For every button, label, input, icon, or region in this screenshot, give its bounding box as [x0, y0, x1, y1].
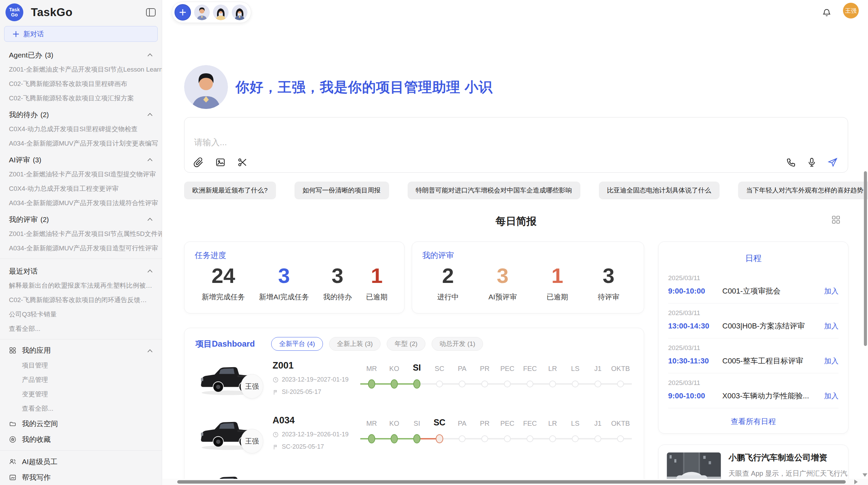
- sidebar-task-item[interactable]: A034-全新新能源MUV产品开发项目计划变更表编写: [0, 136, 162, 151]
- stat-item: 2进行中: [437, 264, 459, 302]
- briefing-right-column: 日程 2025/03/119:00-10:00C001-立项审批会加入2025/…: [658, 241, 848, 485]
- suggestion-chip-2[interactable]: 特朗普可能对进口汽车增税会对中国车企造成哪些影响: [408, 182, 580, 199]
- sidebar-collapse-icon[interactable]: [145, 8, 156, 17]
- project-date-range: 2023-12-19~2026-01-19: [282, 431, 349, 438]
- user-avatar[interactable]: 王强: [843, 3, 859, 18]
- milestone-mr: MR: [360, 361, 383, 409]
- sidebar-task-item[interactable]: C02-飞腾新能源轻客改款项目里程碑画布: [0, 77, 162, 91]
- sidebar-item-my-apps[interactable]: 我的应用: [0, 343, 162, 358]
- chat-input[interactable]: [184, 117, 848, 172]
- milestone-label: J1: [594, 416, 601, 427]
- horizontal-scrollbar-thumb[interactable]: [177, 480, 846, 484]
- sidebar-footer-item-0[interactable]: AI超级员工: [0, 454, 162, 470]
- milestone-dot: [504, 381, 511, 387]
- vertical-scrollbar-thumb[interactable]: [864, 171, 867, 346]
- sidebar-task-item[interactable]: Z001-全新燃油皮卡产品开发项目SI节点Lesson Learn报告: [0, 62, 162, 77]
- milestone-dot-row: [587, 376, 609, 392]
- contact-avatar-1[interactable]: [194, 4, 210, 20]
- sidebar-task-item[interactable]: C0X4-动力总成开发项目工程变更评审: [0, 182, 162, 196]
- app-item[interactable]: 产品管理: [0, 373, 162, 387]
- recent-chats-header[interactable]: 最近对话: [0, 262, 162, 278]
- suggestion-chip-3[interactable]: 比亚迪全固态电池计划具体说了什么: [599, 182, 720, 199]
- sidebar-footer-item-1[interactable]: 帮我写作: [0, 470, 162, 485]
- join-meeting-link[interactable]: 加入: [824, 356, 839, 366]
- join-meeting-link[interactable]: 加入: [824, 321, 839, 331]
- screenshot-scissors-icon[interactable]: [237, 157, 248, 167]
- stat-label: AI预评审: [489, 292, 517, 302]
- scroll-right-button[interactable]: [854, 480, 858, 484]
- briefing-title: 每日简报: [496, 215, 537, 227]
- dashboard-tab-3[interactable]: 动总开发 (1): [432, 337, 483, 351]
- recent-chat-item[interactable]: 公司Q3轻卡销量: [0, 307, 162, 322]
- milestone-dot-row: [360, 376, 383, 392]
- flag-icon: [273, 444, 279, 450]
- milestone-dot-row: [609, 376, 632, 392]
- milestone-dot-row: [541, 431, 564, 447]
- sidebar-task-item[interactable]: Z001-全新燃油轻卡产品开发项目SI造型提交物评审: [0, 167, 162, 182]
- milestone-label: LS: [571, 416, 579, 427]
- milestone-label: LS: [571, 361, 579, 373]
- sidebar-header: Task Go TaskGo: [0, 0, 162, 23]
- schedule-list: 2025/03/119:00-10:00C001-立项审批会加入2025/03/…: [668, 269, 839, 408]
- sidebar-item-my-favorites[interactable]: 我的收藏: [0, 432, 162, 447]
- project-owner-badge: 王强: [241, 429, 263, 453]
- notification-bell-icon[interactable]: [822, 8, 831, 17]
- dashboard-tab-0[interactable]: 全新平台 (4): [271, 337, 323, 351]
- milestone-label: PA: [458, 361, 466, 373]
- sidebar-item-my-cloud[interactable]: 我的云空间: [0, 416, 162, 432]
- join-meeting-link[interactable]: 加入: [824, 286, 839, 296]
- app-item[interactable]: 项目管理: [0, 358, 162, 373]
- project-dates: 2023-12-19~2027-01-19: [273, 376, 360, 383]
- contact-avatar-2[interactable]: [213, 4, 229, 20]
- contact-avatar-3[interactable]: [232, 4, 248, 20]
- milestone-label: KO: [389, 416, 399, 427]
- layout-grid-icon[interactable]: [831, 215, 841, 224]
- milestone-oktb: OKTB: [609, 416, 632, 464]
- apps-grid-icon: [9, 347, 16, 354]
- app-item[interactable]: 变更管理: [0, 387, 162, 401]
- view-all-chats-link[interactable]: 查看全部...: [0, 322, 162, 336]
- section-header-3[interactable]: 我的评审(2): [0, 210, 162, 227]
- dashboard-tab-2[interactable]: 年型 (2): [387, 337, 425, 351]
- view-all-schedule-link[interactable]: 查看所有日程: [668, 408, 839, 435]
- event-title: X003-车辆动力学性能验...: [722, 391, 824, 401]
- image-icon[interactable]: [215, 157, 226, 167]
- section-header-0[interactable]: Agent已办(3): [0, 46, 162, 62]
- section-header-1[interactable]: 我的待办(2): [0, 105, 162, 122]
- scroll-down-button[interactable]: [863, 473, 867, 477]
- sidebar-task-item[interactable]: A034-全新新能源MUV产品开发项目造型可行性评审: [0, 241, 162, 256]
- phone-call-icon[interactable]: [786, 157, 796, 167]
- suggestion-chip-4[interactable]: 当下年轻人对汽车外观有怎样的喜好趋势: [738, 182, 868, 199]
- project-name: Z001: [273, 360, 360, 371]
- add-contact-button[interactable]: [174, 4, 191, 21]
- microphone-icon[interactable]: [807, 157, 817, 167]
- sidebar-task-item[interactable]: Z001-全新燃油轻卡产品开发项目SI节点属性5D文件评审: [0, 227, 162, 241]
- milestone-sc: SC: [428, 416, 451, 464]
- section-header-2[interactable]: AI评审(3): [0, 151, 162, 167]
- suggestion-chip-0[interactable]: 欧洲新规最近颁布了什么?: [184, 182, 276, 199]
- attachment-icon[interactable]: [193, 157, 204, 167]
- sidebar-task-item[interactable]: A034-全新新能源MUV产品开发项目法规符合性评审: [0, 196, 162, 210]
- sidebar-task-item[interactable]: C0X4-动力总成开发项目SI里程碑提交物检查: [0, 122, 162, 136]
- recent-chat-item[interactable]: C02-飞腾新能源轻客改款项目的闭环通告反馈情况: [0, 293, 162, 307]
- section-label: 我的待办: [9, 110, 38, 120]
- chevron-up-icon: [147, 157, 153, 163]
- sidebar-task-item[interactable]: C02-飞腾新能源轻客改款项目立项汇报方案: [0, 91, 162, 105]
- view-all-apps-link[interactable]: 查看全部...: [0, 401, 162, 416]
- stat-label: 已逾期: [366, 292, 387, 302]
- project-owner-badge: 王强: [241, 374, 263, 399]
- milestone-dot-row: [587, 431, 609, 447]
- milestone-label: PEC: [500, 416, 514, 427]
- send-icon[interactable]: [827, 157, 837, 167]
- project-row-Z001[interactable]: 王强Z0012023-12-19~2027-01-19SI-2025-05-17…: [184, 354, 644, 409]
- milestone-sc: SC: [428, 361, 451, 409]
- staff-icon: [9, 458, 16, 465]
- new-chat-button[interactable]: 新对话: [4, 26, 158, 42]
- project-row-A034[interactable]: 王强A0342023-12-19~2026-01-19SC-2025-05-17…: [184, 409, 644, 464]
- dashboard-tab-1[interactable]: 全新上装 (3): [329, 337, 381, 351]
- suggestion-chip-1[interactable]: 如何写一份清晰的项目周报: [294, 182, 389, 199]
- join-meeting-link[interactable]: 加入: [824, 391, 839, 401]
- event-line: 9:00-10:00C001-立项审批会加入: [668, 286, 839, 296]
- milestone-dot: [459, 381, 466, 387]
- recent-chat-item[interactable]: 解释最新出台的欧盟报废车法规再生塑料比例被调至15%...: [0, 278, 162, 293]
